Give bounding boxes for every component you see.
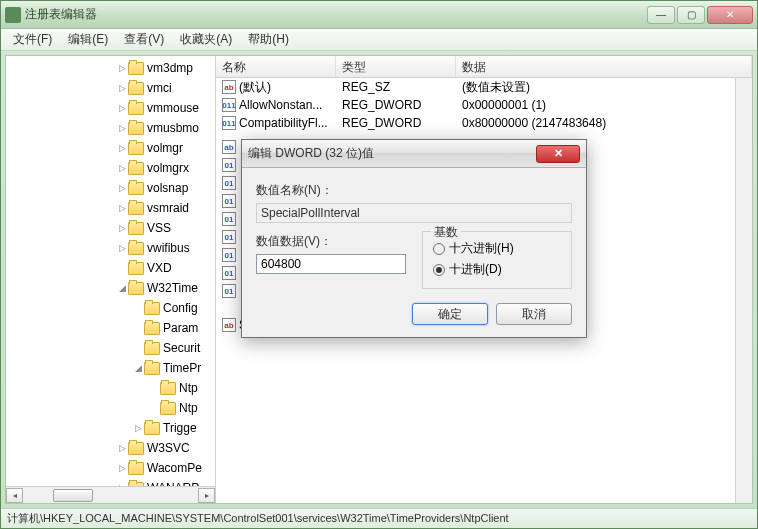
menu-favorites[interactable]: 收藏夹(A) (172, 29, 240, 50)
reg-bin-icon: 01 (222, 212, 236, 226)
expand-icon[interactable]: ▷ (116, 123, 128, 133)
maximize-button[interactable]: ▢ (677, 6, 705, 24)
radio-hex-icon (433, 243, 445, 255)
window-title: 注册表编辑器 (25, 6, 647, 23)
registry-tree[interactable]: ▷vm3dmp▷vmci▷vmmouse▷vmusbmo▷volmgr▷volm… (6, 56, 215, 486)
tree-item[interactable]: ▷VSS (6, 218, 215, 238)
tree-label: Securit (163, 341, 200, 355)
tree-item[interactable]: Securit (6, 338, 215, 358)
tree-item[interactable]: ▷volmgr (6, 138, 215, 158)
folder-icon (128, 262, 144, 275)
expand-icon[interactable]: ▷ (116, 183, 128, 193)
expand-icon[interactable]: ▷ (116, 203, 128, 213)
tree-item[interactable]: ▷Trigge (6, 418, 215, 438)
menu-file[interactable]: 文件(F) (5, 29, 60, 50)
folder-icon (128, 122, 144, 135)
scroll-left-button[interactable]: ◂ (6, 488, 23, 503)
expand-icon[interactable]: ▷ (116, 103, 128, 113)
cell-name: AllowNonstan... (239, 98, 322, 112)
expand-icon[interactable]: ◢ (116, 283, 128, 293)
expand-icon[interactable]: ▷ (116, 83, 128, 93)
list-v-scrollbar[interactable] (735, 78, 752, 503)
tree-h-scrollbar[interactable]: ◂ ▸ (6, 486, 215, 503)
tree-label: Param (163, 321, 198, 335)
col-name[interactable]: 名称 (216, 56, 336, 77)
tree-item[interactable]: ▷W3SVC (6, 438, 215, 458)
radio-dec-icon (433, 264, 445, 276)
tree-item[interactable]: Param (6, 318, 215, 338)
scroll-right-button[interactable]: ▸ (198, 488, 215, 503)
expand-icon[interactable]: ▷ (116, 63, 128, 73)
folder-icon (144, 362, 160, 375)
tree-item[interactable]: ◢W32Time (6, 278, 215, 298)
cell-type: REG_SZ (336, 79, 456, 95)
tree-label: Trigge (163, 421, 197, 435)
tree-item[interactable]: ▷vmusbmo (6, 118, 215, 138)
scroll-thumb[interactable] (53, 489, 93, 502)
tree-label: W3SVC (147, 441, 190, 455)
expand-icon[interactable]: ▷ (132, 423, 144, 433)
folder-icon (128, 442, 144, 455)
tree-item[interactable]: ▷vsmraid (6, 198, 215, 218)
tree-label: W32Time (147, 281, 198, 295)
cancel-button[interactable]: 取消 (496, 303, 572, 325)
tree-item[interactable]: ▷WANARP (6, 478, 215, 486)
cell-data: (数值未设置) (456, 78, 752, 97)
expand-icon[interactable]: ▷ (116, 443, 128, 453)
expand-icon[interactable]: ◢ (132, 363, 144, 373)
tree-label: vsmraid (147, 201, 189, 215)
tree-label: VSS (147, 221, 171, 235)
col-type[interactable]: 类型 (336, 56, 456, 77)
col-data[interactable]: 数据 (456, 56, 752, 77)
radio-dec-label: 十进制(D) (449, 261, 502, 278)
value-name-label: 数值名称(N)： (256, 182, 572, 199)
list-row[interactable]: 011AllowNonstan...REG_DWORD0x00000001 (1… (216, 96, 752, 114)
folder-icon (144, 342, 160, 355)
value-data-input[interactable] (256, 254, 406, 274)
menu-edit[interactable]: 编辑(E) (60, 29, 116, 50)
statusbar: 计算机\HKEY_LOCAL_MACHINE\SYSTEM\ControlSet… (1, 508, 757, 528)
tree-item[interactable]: ▷vmmouse (6, 98, 215, 118)
tree-item[interactable]: ▷volsnap (6, 178, 215, 198)
tree-label: vmci (147, 81, 172, 95)
dialog-titlebar[interactable]: 编辑 DWORD (32 位)值 ✕ (242, 140, 586, 168)
expand-icon[interactable]: ▷ (116, 143, 128, 153)
titlebar[interactable]: 注册表编辑器 — ▢ ✕ (1, 1, 757, 29)
tree-item[interactable]: ▷WacomPe (6, 458, 215, 478)
dialog-close-button[interactable]: ✕ (536, 145, 580, 163)
list-row[interactable]: 011CompatibilityFl...REG_DWORD0x80000000… (216, 114, 752, 132)
tree-label: volmgr (147, 141, 183, 155)
tree-item[interactable]: VXD (6, 258, 215, 278)
expand-icon[interactable]: ▷ (116, 463, 128, 473)
menu-help[interactable]: 帮助(H) (240, 29, 297, 50)
regedit-window: 注册表编辑器 — ▢ ✕ 文件(F) 编辑(E) 查看(V) 收藏夹(A) 帮助… (0, 0, 758, 529)
expand-icon[interactable]: ▷ (116, 483, 128, 486)
expand-icon[interactable]: ▷ (116, 243, 128, 253)
expand-icon[interactable]: ▷ (116, 163, 128, 173)
expand-icon[interactable]: ▷ (116, 223, 128, 233)
folder-icon (128, 182, 144, 195)
minimize-button[interactable]: — (647, 6, 675, 24)
radio-hex[interactable]: 十六进制(H) (433, 240, 561, 257)
folder-icon (160, 382, 176, 395)
menu-view[interactable]: 查看(V) (116, 29, 172, 50)
tree-label: TimePr (163, 361, 201, 375)
radio-dec[interactable]: 十进制(D) (433, 261, 561, 278)
tree-item[interactable]: Ntp (6, 378, 215, 398)
tree-item[interactable]: ▷volmgrx (6, 158, 215, 178)
tree-item[interactable]: ▷vwifibus (6, 238, 215, 258)
tree-label: WacomPe (147, 461, 202, 475)
tree-item[interactable]: ▷vmci (6, 78, 215, 98)
tree-item[interactable]: ◢TimePr (6, 358, 215, 378)
close-button[interactable]: ✕ (707, 6, 753, 24)
ok-button[interactable]: 确定 (412, 303, 488, 325)
list-row[interactable]: ab(默认)REG_SZ(数值未设置) (216, 78, 752, 96)
app-icon (5, 7, 21, 23)
tree-item[interactable]: Config (6, 298, 215, 318)
value-name-field: SpecialPollInterval (256, 203, 572, 223)
tree-item[interactable]: ▷vm3dmp (6, 58, 215, 78)
reg-str-icon: ab (222, 80, 236, 94)
folder-icon (128, 222, 144, 235)
folder-icon (128, 102, 144, 115)
tree-item[interactable]: Ntp (6, 398, 215, 418)
